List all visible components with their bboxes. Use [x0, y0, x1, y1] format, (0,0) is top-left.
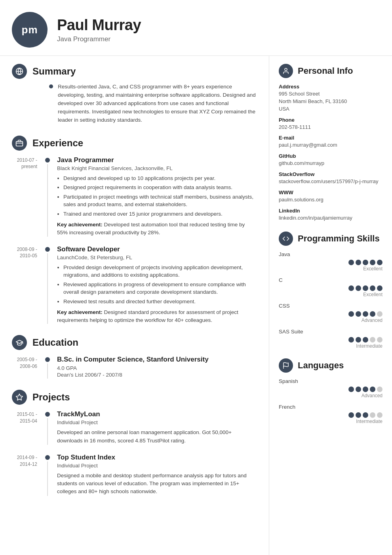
exp-bullet-1-1: Designed project requirements in coopera… [63, 184, 257, 191]
skill-sas-level: Intermediate [279, 343, 382, 349]
main-content: Summary Results-oriented Java, C, and CS… [0, 56, 392, 555]
info-phone: Phone 202-578-1111 [279, 117, 382, 131]
skill-dot [356, 285, 361, 291]
info-phone-value: 202-578-1111 [279, 124, 382, 131]
skill-dot [377, 285, 382, 291]
info-github-label: GitHub [279, 153, 382, 159]
skill-dot [377, 311, 382, 317]
lang-french-dots [279, 412, 382, 418]
info-www-label: WWW [279, 189, 382, 195]
skill-dot [356, 412, 361, 418]
exp-line-1 [47, 164, 48, 237]
skill-dot [356, 311, 361, 317]
exp-dot-col-1 [44, 156, 51, 237]
skill-css-dots [279, 311, 382, 317]
skill-dot [370, 387, 375, 392]
proj-org-1: Individual Project [57, 419, 257, 425]
info-www-value: paulm.solutions.org [279, 196, 382, 204]
experience-title: Experience [32, 138, 83, 149]
edu-dot-1 [45, 357, 50, 362]
lang-french: French Intermediate [279, 404, 382, 424]
skills-section: Programming Skills Java Excellent C [279, 232, 382, 349]
info-linkedin-value: linkedin.com/in/pauljamiemurray [279, 214, 382, 222]
languages-section: Languages Spanish Advanced French [279, 358, 382, 424]
exp-bullet-2-1: Reviewed applications in progress of dev… [63, 281, 257, 296]
skill-dot [370, 337, 375, 343]
edu-date-1: 2005-09 -2008-06 [12, 356, 44, 379]
project-item-2: 2014-09 -2014-12 Top Student Index Indiv… [12, 454, 257, 496]
lang-french-name: French [279, 404, 382, 410]
info-email-label: E-mail [279, 135, 382, 141]
header-info: Paul Murray Java Programmer [57, 17, 141, 43]
left-column: Summary Results-oriented Java, C, and CS… [0, 56, 269, 555]
exp-bullet-1-0: Designed and developed up to 10 applicat… [63, 174, 257, 182]
info-stackoverflow-value: stackoverflow.com/users/157997/p-j-murra… [279, 178, 382, 186]
languages-title: Languages [298, 360, 344, 371]
exp-date-2: 2008-09 -2010-05 [12, 245, 44, 324]
svg-marker-4 [16, 394, 23, 400]
projects-header: Projects [12, 390, 257, 405]
skill-dot [348, 337, 354, 343]
personal-info-icon [279, 64, 293, 78]
skill-dot [356, 387, 361, 392]
proj-line-1 [47, 418, 48, 445]
skill-java-name: Java [279, 251, 382, 257]
proj-title-1: TrackMyLoan [57, 410, 257, 418]
skills-header: Programming Skills [279, 232, 382, 246]
proj-dot-col-2 [44, 454, 51, 496]
skill-dot [356, 260, 361, 265]
edu-dot-col-1 [44, 356, 51, 379]
education-item-1: 2005-09 -2008-06 B.Sc. in Computer Scien… [12, 356, 257, 379]
info-stackoverflow: StackOverflow stackoverflow.com/users/15… [279, 171, 382, 186]
lang-spanish-name: Spanish [279, 378, 382, 384]
exp-dot-col-2 [44, 245, 51, 324]
exp-org-2: LaunchCode, St Petersburg, FL [57, 255, 257, 260]
projects-title: Projects [32, 392, 70, 403]
exp-date-1: 2010-07 -present [12, 156, 44, 237]
summary-icon [12, 64, 27, 79]
proj-desc-1: Developed an online personal loan manage… [57, 429, 257, 445]
skills-title: Programming Skills [298, 233, 380, 244]
lang-french-level: Intermediate [279, 419, 382, 424]
skill-dot [363, 285, 368, 291]
info-github: GitHub github.com/murrayp [279, 153, 382, 167]
languages-icon [279, 358, 293, 373]
skill-dot [370, 260, 375, 265]
project-item-1: 2015-01 -2015-04 TrackMyLoan Individual … [12, 410, 257, 445]
experience-item-1: 2010-07 -present Java Programmer Black K… [12, 156, 257, 237]
skill-dot [377, 260, 382, 265]
skill-dot [348, 260, 354, 265]
exp-achievement-1: Key achievement: Developed test automati… [57, 221, 257, 236]
skill-dot [363, 337, 368, 343]
info-address-label: Address [279, 84, 382, 90]
skill-css-name: CSS [279, 303, 382, 309]
skills-icon [279, 232, 293, 246]
experience-header: Experience [12, 136, 257, 151]
experience-section: Experience 2010-07 -present Java Program… [12, 136, 257, 324]
languages-header: Languages [279, 358, 382, 373]
exp-bullets-2: Provided design development of projects … [57, 264, 257, 306]
info-www: WWW paulm.solutions.org [279, 189, 382, 204]
info-linkedin-label: LinkedIn [279, 208, 382, 214]
experience-item-2: 2008-09 -2010-05 Software Developer Laun… [12, 245, 257, 324]
exp-title-1: Java Programmer [57, 156, 257, 164]
skill-dot [363, 387, 368, 392]
proj-date-1: 2015-01 -2015-04 [12, 410, 44, 445]
skill-dot [363, 412, 368, 418]
personal-info-header: Personal Info [279, 64, 382, 78]
proj-title-2: Top Student Index [57, 454, 257, 461]
summary-text: Results-oriented Java, C, and CSS progra… [58, 83, 257, 124]
skill-dot [348, 412, 354, 418]
proj-dot-col-1 [44, 410, 51, 445]
exp-content-2: Software Developer LaunchCode, St Peters… [51, 245, 257, 324]
proj-content-1: TrackMyLoan Individual Project Developed… [51, 410, 257, 445]
skill-sas-name: SAS Suite [279, 329, 382, 335]
proj-org-2: Individual Project [57, 463, 257, 469]
skill-dot [377, 337, 382, 343]
summary-header: Summary [12, 64, 257, 79]
personal-info-section: Personal Info Address 995 School Street … [279, 64, 382, 222]
skill-dot [356, 337, 361, 343]
avatar: pm [12, 12, 48, 48]
exp-bullets-1: Designed and developed up to 10 applicat… [57, 174, 257, 218]
exp-achievement-2: Key achievement: Designed standard proce… [57, 308, 257, 324]
